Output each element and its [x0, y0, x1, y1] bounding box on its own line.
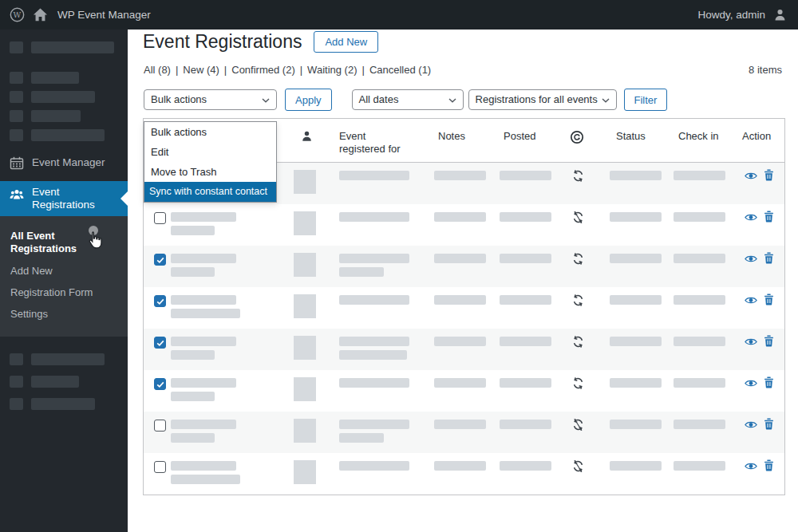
notes-placeholder-bar: [434, 254, 486, 263]
checkin-placeholder-bar: [674, 254, 725, 263]
bulk-dropdown-option[interactable]: Move to Trash: [144, 162, 276, 182]
submenu-item-all-event-registrations[interactable]: All Event Registrations: [10, 230, 98, 255]
row-select-cell: [144, 412, 171, 453]
apply-button[interactable]: Apply: [285, 89, 332, 111]
checkin-cell: [674, 453, 742, 495]
row-checkbox[interactable]: [154, 420, 166, 432]
bulk-actions-select[interactable]: Bulk actions: [144, 89, 277, 110]
placeholder-icon: [10, 91, 23, 103]
delete-icon[interactable]: [764, 211, 774, 223]
view-link[interactable]: All (8): [144, 64, 171, 76]
checkin-placeholder-bar: [674, 461, 725, 471]
posted-placeholder-bar: [500, 171, 551, 180]
registrant-name-cell: [171, 329, 294, 370]
view-link[interactable]: Confirmed (2): [231, 64, 294, 76]
sync-cell: [567, 287, 610, 329]
view-icon[interactable]: [745, 254, 757, 263]
delete-icon[interactable]: [764, 418, 774, 430]
posted-cell: [500, 453, 567, 495]
filter-button[interactable]: Filter: [624, 89, 668, 111]
sync-disabled-icon: [571, 418, 585, 432]
admin-bar: WP Event Manager Howdy, admin: [0, 0, 798, 30]
event-cell: [339, 246, 434, 287]
howdy-admin-link[interactable]: Howdy, admin: [697, 9, 765, 21]
home-icon[interactable]: [33, 7, 48, 22]
view-link[interactable]: Waiting (2): [307, 64, 357, 76]
registrant-name-cell: [171, 246, 294, 287]
notes-cell: [434, 287, 500, 329]
notes-cell: [434, 412, 500, 453]
status-placeholder-bar: [610, 420, 662, 429]
add-new-button[interactable]: Add New: [314, 31, 378, 53]
row-checkbox[interactable]: [154, 378, 166, 390]
delete-icon[interactable]: [764, 294, 774, 305]
delete-icon[interactable]: [764, 376, 774, 388]
view-icon[interactable]: [745, 379, 757, 388]
posted-cell: [500, 370, 567, 412]
view-link[interactable]: New (4): [183, 64, 219, 76]
header-action-cell: Action: [742, 119, 784, 162]
bulk-actions-dropdown: Bulk actionsEditMove to TrashSync with c…: [144, 121, 277, 203]
header-sync-cell: [567, 119, 610, 162]
row-select-cell: [144, 453, 171, 495]
avatar-cell: [294, 329, 339, 370]
view-icon[interactable]: [745, 213, 757, 222]
placeholder-bar: [31, 91, 95, 103]
view-icon[interactable]: [745, 171, 757, 180]
sidebar-item-event-manager[interactable]: Event Manager: [0, 148, 128, 178]
delete-icon[interactable]: [764, 335, 774, 347]
bulk-dropdown-option[interactable]: Bulk actions: [144, 122, 276, 142]
row-checkbox[interactable]: [154, 337, 166, 349]
sync-enabled-icon: [571, 169, 585, 183]
name-placeholder-bar: [171, 337, 236, 346]
event-placeholder-bar: [339, 350, 407, 360]
view-icon[interactable]: [745, 420, 757, 429]
action-cell: [742, 163, 784, 204]
row-checkbox[interactable]: [154, 212, 166, 224]
registrant-name-cell: [171, 453, 294, 495]
notes-placeholder-bar: [434, 212, 486, 222]
bulk-actions-select-value: Bulk actions: [151, 93, 207, 105]
row-checkbox[interactable]: [154, 295, 166, 307]
posted-placeholder-bar: [500, 212, 551, 222]
sync-enabled-icon: [571, 376, 585, 390]
view-icon[interactable]: [745, 296, 757, 305]
delete-icon[interactable]: [764, 459, 774, 471]
dates-filter-select[interactable]: All dates: [352, 89, 464, 110]
avatar: [294, 294, 316, 318]
avatar: [294, 170, 316, 194]
name-placeholder-bar: [171, 267, 215, 277]
status-cell: [610, 204, 674, 246]
main-content: Event Registrations Add New All (8)|New …: [128, 30, 798, 532]
name-placeholder-bar: [171, 420, 236, 429]
name-placeholder-bar: [171, 475, 240, 484]
header-checkin-cell: Check in: [674, 119, 742, 162]
site-title[interactable]: WP Event Manager: [57, 9, 151, 21]
submenu-item-settings[interactable]: Settings: [10, 308, 98, 321]
delete-icon[interactable]: [764, 169, 774, 181]
table-row: [144, 412, 784, 453]
bulk-dropdown-option[interactable]: Edit: [144, 142, 276, 162]
wordpress-logo-icon[interactable]: [10, 7, 25, 22]
checkin-placeholder-bar: [674, 295, 725, 305]
user-avatar-icon[interactable]: [773, 8, 787, 22]
view-icon[interactable]: [745, 462, 757, 471]
avatar-cell: [294, 246, 339, 287]
checkin-placeholder-bar: [674, 420, 725, 429]
events-filter-select[interactable]: Registrations for all events: [468, 89, 617, 110]
registrant-name-cell: [171, 204, 294, 246]
delete-icon[interactable]: [764, 252, 774, 264]
posted-cell: [500, 287, 567, 329]
row-checkbox[interactable]: [154, 254, 166, 266]
submenu-item-add-new[interactable]: Add New: [10, 265, 98, 278]
sidebar-menu-placeholder: [0, 72, 128, 84]
sidebar-item-event-registrations[interactable]: Event Registrations: [0, 181, 128, 216]
constant-contact-sync-icon: [570, 130, 584, 144]
submenu-item-registration-form[interactable]: Registration Form: [10, 286, 98, 299]
view-link[interactable]: Cancelled (1): [369, 64, 431, 76]
bulk-dropdown-option[interactable]: Sync with constant contact: [144, 182, 276, 202]
sync-enabled-icon: [571, 294, 585, 307]
view-icon[interactable]: [745, 337, 757, 346]
checkin-cell: [674, 370, 742, 412]
row-checkbox[interactable]: [154, 461, 166, 473]
